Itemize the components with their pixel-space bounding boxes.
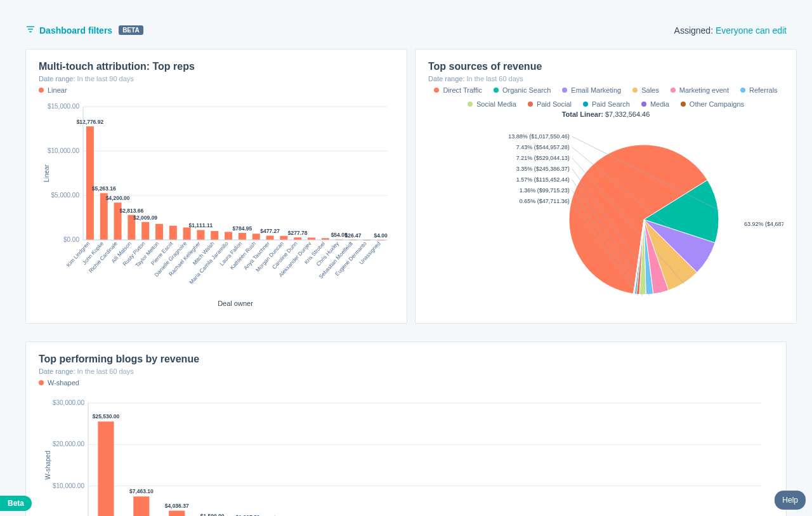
svg-rect-41 <box>266 235 274 240</box>
card-top-reps: Multi-touch attribution: Top reps Date r… <box>25 49 407 324</box>
svg-text:$1,111.11: $1,111.11 <box>189 222 213 228</box>
svg-text:3.35% ($245,386.37): 3.35% ($245,386.37) <box>516 166 570 172</box>
date-range: Date range: In the last 60 days <box>39 367 773 375</box>
assigned-value[interactable]: Everyone can edit <box>716 25 787 36</box>
svg-text:$477.27: $477.27 <box>260 228 280 234</box>
svg-rect-91 <box>133 496 149 516</box>
dashboard-filters-label: Dashboard filters <box>39 25 112 36</box>
card-top-sources: Top sources of revenue Date range: In th… <box>415 49 797 324</box>
svg-text:$26.47: $26.47 <box>344 232 361 239</box>
svg-text:$0.00: $0.00 <box>63 236 79 243</box>
card-top-blogs: Top performing blogs by revenue Date ran… <box>25 341 787 516</box>
card-title: Top performing blogs by revenue <box>39 354 773 365</box>
legend: W-shaped <box>39 379 773 387</box>
svg-rect-23 <box>155 224 163 240</box>
svg-text:$277.78: $277.78 <box>288 230 308 236</box>
svg-text:Deal owner: Deal owner <box>218 300 253 307</box>
filter-icon <box>25 24 36 36</box>
svg-text:$10,000.00: $10,000.00 <box>53 482 84 489</box>
svg-rect-34 <box>225 232 232 240</box>
svg-rect-8 <box>86 126 94 240</box>
date-range: Date range: In the last 90 days <box>39 75 394 83</box>
svg-text:$10,000.00: $10,000.00 <box>48 147 79 154</box>
svg-text:$2,813.66: $2,813.66 <box>119 208 143 214</box>
svg-rect-49 <box>308 237 315 240</box>
svg-text:$784.95: $784.95 <box>233 225 252 232</box>
svg-text:W-shaped: W-shaped <box>44 451 51 479</box>
bar-chart-blogs[interactable]: $10,000.00$20,000.00$30,000.00$25,530.00… <box>39 393 768 516</box>
svg-text:$12,776.92: $12,776.92 <box>77 119 104 125</box>
pie-chart-sources[interactable]: 63.92% ($4,687,233.79)13.88% ($1,017,550… <box>428 124 783 308</box>
svg-text:$2,009.09: $2,009.09 <box>133 215 157 221</box>
svg-rect-36 <box>239 233 246 240</box>
svg-text:$4,036.37: $4,036.37 <box>165 503 189 509</box>
svg-rect-44 <box>280 236 287 240</box>
card-title: Top sources of revenue <box>428 61 783 72</box>
svg-text:$15,000.00: $15,000.00 <box>48 103 79 110</box>
svg-rect-20 <box>141 222 149 240</box>
svg-text:63.92% ($4,687,233.79): 63.92% ($4,687,233.79) <box>744 221 783 227</box>
svg-text:1.57% ($115,452.44): 1.57% ($115,452.44) <box>516 176 570 183</box>
card-title: Multi-touch attribution: Top reps <box>39 61 394 72</box>
svg-text:$4,200.00: $4,200.00 <box>106 195 130 201</box>
legend: Linear <box>39 86 394 94</box>
legend: Direct TrafficOrganic SearchEmail Market… <box>428 86 783 108</box>
svg-text:$5,000.00: $5,000.00 <box>51 192 80 199</box>
svg-text:7.43% ($544,957.28): 7.43% ($544,957.28) <box>516 144 570 150</box>
svg-text:Linear: Linear <box>43 164 50 182</box>
svg-text:$4.00: $4.00 <box>374 232 388 239</box>
svg-rect-27 <box>183 227 191 240</box>
beta-badge: BETA <box>119 25 143 35</box>
svg-rect-39 <box>252 234 260 240</box>
svg-rect-32 <box>211 231 218 240</box>
svg-text:1.36% ($99,715.23): 1.36% ($99,715.23) <box>520 187 570 194</box>
help-button[interactable]: Help <box>775 491 806 510</box>
svg-text:$30,000.00: $30,000.00 <box>53 399 84 406</box>
svg-rect-89 <box>98 421 114 516</box>
svg-text:$20,000.00: $20,000.00 <box>53 440 84 447</box>
svg-rect-46 <box>294 237 301 240</box>
svg-text:$25,530.00: $25,530.00 <box>93 413 120 420</box>
dashboard-filters-button[interactable]: Dashboard filters BETA <box>25 24 143 36</box>
svg-text:0.65% ($47,711.36): 0.65% ($47,711.36) <box>520 198 570 204</box>
svg-rect-25 <box>169 226 177 240</box>
date-range: Date range: In the last 60 days <box>428 75 783 83</box>
beta-button[interactable]: Beta <box>0 496 32 511</box>
assigned-display: Assigned: Everyone can edit <box>674 25 787 36</box>
svg-rect-93 <box>169 511 185 516</box>
assigned-label: Assigned: <box>674 25 713 36</box>
svg-text:7.21% ($529,044.13): 7.21% ($529,044.13) <box>516 155 570 161</box>
svg-text:$5,263.16: $5,263.16 <box>92 185 116 192</box>
svg-text:13.88% ($1,017,550.46): 13.88% ($1,017,550.46) <box>508 133 570 140</box>
pie-total: Total Linear: $7,332,564.46 <box>428 110 783 118</box>
svg-rect-29 <box>197 230 204 240</box>
svg-text:$1,500.00: $1,500.00 <box>200 513 225 516</box>
svg-text:$7,463.10: $7,463.10 <box>129 488 154 494</box>
bar-chart-top-reps[interactable]: $0.00$5,000.00$10,000.00$15,000.00$12,77… <box>39 100 394 310</box>
